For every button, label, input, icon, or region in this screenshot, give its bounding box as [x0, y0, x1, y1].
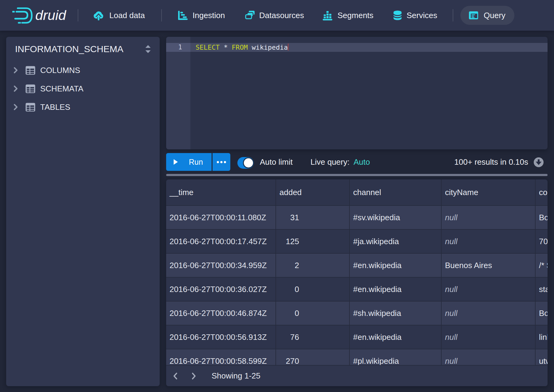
- run-more-button[interactable]: [213, 153, 230, 171]
- nav-item-load-data[interactable]: Load data: [93, 0, 145, 31]
- cloud-upload-icon: [93, 10, 104, 21]
- cell-comment[interactable]: 70.91.100.27 (会話) による ID:59936448 の版を取り消…: [536, 230, 548, 254]
- sql-editor[interactable]: 1 SELECT * FROM wikipedia: [166, 37, 548, 149]
- nav-item-label: Query: [484, 11, 505, 20]
- nav-item-datasources[interactable]: Datasources: [245, 0, 304, 31]
- column-header[interactable]: __time: [166, 179, 276, 206]
- cell-comment[interactable]: stating that the claim is disputed: [536, 278, 548, 302]
- results-header-row: __time added channel cityName comment: [166, 179, 548, 206]
- nav-item-label: Services: [407, 11, 437, 20]
- results-panel: __time added channel cityName comment 20…: [166, 179, 548, 386]
- cell-time[interactable]: 2016-06-27T00:00:56.913Z: [166, 325, 276, 349]
- console-icon: [469, 10, 478, 20]
- live-query-label: Live query:: [310, 157, 349, 167]
- tree-item-schemata[interactable]: SCHEMATA: [6, 79, 160, 98]
- cell-comment[interactable]: Bot: Automatska zamjena teksta: [536, 302, 548, 325]
- column-header[interactable]: channel: [350, 179, 442, 206]
- nav-item-segments[interactable]: Segments: [322, 0, 373, 31]
- cell-time[interactable]: 2016-06-27T00:00:17.457Z: [166, 230, 276, 254]
- cell-channel[interactable]: #en.wikipedia: [350, 254, 442, 278]
- cell-channel[interactable]: #sh.wikipedia: [350, 302, 442, 325]
- cell-channel[interactable]: #en.wikipedia: [350, 325, 442, 349]
- cell-cityname[interactable]: null: [442, 302, 536, 325]
- nav-item-label: Segments: [337, 11, 373, 20]
- cell-added[interactable]: 31: [276, 206, 350, 230]
- nav-item-label: Ingestion: [193, 11, 225, 20]
- pagination-footer: Showing 1-25: [166, 365, 548, 386]
- cell-comment[interactable]: /* Status of peremptory norms */: [536, 254, 548, 278]
- gantt-chart-icon: [178, 10, 188, 21]
- cell-added[interactable]: 76: [276, 325, 350, 349]
- tree-item-label: SCHEMATA: [40, 84, 84, 94]
- navbar-divider: [78, 9, 78, 21]
- chevron-right-icon: [13, 85, 18, 92]
- cell-added[interactable]: 0: [276, 302, 350, 325]
- schema-select[interactable]: INFORMATION_SCHEMA: [6, 37, 160, 61]
- table-icon: [25, 66, 35, 75]
- auto-limit-toggle[interactable]: [237, 157, 254, 169]
- sql-text: SELECT * FROM wikipedia: [196, 43, 289, 52]
- cell-cityname[interactable]: null: [442, 325, 536, 349]
- cell-added-value: 31: [279, 213, 299, 222]
- run-button[interactable]: Run: [166, 153, 212, 171]
- sql-keyword: SELECT: [196, 44, 220, 51]
- database-icon: [392, 10, 403, 21]
- auto-limit-label: Auto limit: [260, 153, 293, 171]
- cell-added[interactable]: 2: [276, 254, 350, 278]
- cell-cityname[interactable]: null: [442, 206, 536, 230]
- tree-item-columns[interactable]: COLUMNS: [6, 61, 160, 79]
- column-header[interactable]: added: [276, 179, 350, 206]
- navbar-divider: [161, 9, 162, 21]
- table-row: 2016-06-27T00:00:56.913Z 76 #en.wikipedi…: [166, 325, 548, 349]
- table-icon: [25, 103, 35, 112]
- nav-item-query-active[interactable]: Query: [460, 6, 514, 25]
- nav-item-ingestion[interactable]: Ingestion: [178, 0, 225, 31]
- nav-item-label: Datasources: [259, 11, 304, 20]
- table-icon: [25, 84, 35, 93]
- cell-added-value: 270: [279, 356, 299, 366]
- table-row: 2016-06-27T00:00:11.080Z 31 #sv.wikipedi…: [166, 206, 548, 230]
- cell-added[interactable]: 125: [276, 230, 350, 254]
- druid-logo-icon: [12, 7, 33, 24]
- cell-channel[interactable]: #sv.wikipedia: [350, 206, 442, 230]
- sql-keyword: FROM: [232, 44, 248, 51]
- live-query-control: Live query: Auto: [310, 153, 370, 171]
- navbar: druid Load data Ingestion Datasources: [0, 0, 554, 31]
- live-query-value[interactable]: Auto: [353, 157, 370, 167]
- more-icon: [217, 161, 226, 163]
- cell-cityname[interactable]: null: [442, 278, 536, 302]
- column-header[interactable]: cityName: [442, 179, 536, 206]
- download-icon[interactable]: [533, 156, 544, 168]
- cell-time[interactable]: 2016-06-27T00:00:36.027Z: [166, 278, 276, 302]
- cell-channel[interactable]: #en.wikipedia: [350, 278, 442, 302]
- cell-time[interactable]: 2016-06-27T00:00:34.959Z: [166, 254, 276, 278]
- schema-tree-panel: INFORMATION_SCHEMA COLUMNS: [6, 37, 160, 386]
- cell-time[interactable]: 2016-06-27T00:00:11.080Z: [166, 206, 276, 230]
- run-button-label: Run: [189, 158, 203, 167]
- druid-logo[interactable]: druid: [12, 0, 66, 31]
- cell-added-value: 125: [279, 237, 299, 246]
- editor-cursor: [288, 44, 289, 51]
- editor-gutter: [166, 37, 190, 149]
- sql-table-name: wikipedia: [248, 44, 288, 51]
- tree-item-tables[interactable]: TABLES: [6, 98, 160, 116]
- pane-resize-handle[interactable]: [166, 174, 548, 176]
- cell-channel[interactable]: #ja.wikipedia: [350, 230, 442, 254]
- table-row: 2016-06-27T00:00:46.874Z 0 #sh.wikipedia…: [166, 302, 548, 325]
- toggle-knob: [244, 158, 253, 167]
- next-page-button[interactable]: [188, 369, 200, 383]
- sql-star: *: [220, 44, 232, 51]
- cell-comment[interactable]: links: [536, 325, 548, 349]
- nav-item-services[interactable]: Services: [392, 0, 437, 31]
- cell-cityname[interactable]: Buenos Aires: [442, 254, 536, 278]
- cell-added-value: 76: [279, 332, 299, 342]
- cell-added[interactable]: 0: [276, 278, 350, 302]
- tree-item-label: TABLES: [40, 102, 70, 112]
- prev-page-button[interactable]: [169, 369, 181, 383]
- column-header[interactable]: comment: [536, 179, 548, 206]
- cell-time[interactable]: 2016-06-27T00:00:46.874Z: [166, 302, 276, 325]
- cell-cityname[interactable]: null: [442, 230, 536, 254]
- multi-select-icon: [245, 10, 255, 21]
- brand-text: druid: [35, 7, 66, 23]
- cell-comment[interactable]: Botskapande Indonesien omdirigering: [536, 206, 548, 230]
